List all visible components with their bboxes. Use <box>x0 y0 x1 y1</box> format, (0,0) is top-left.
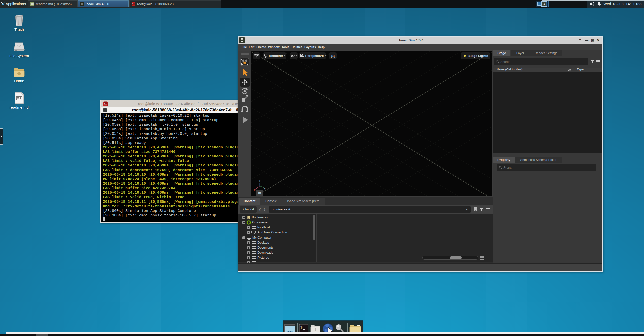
svg-text:$: $ <box>300 325 302 329</box>
svg-text:Z: Z <box>259 180 260 183</box>
svg-text:X: X <box>254 188 256 192</box>
svg-text:Y: Y <box>264 187 266 191</box>
